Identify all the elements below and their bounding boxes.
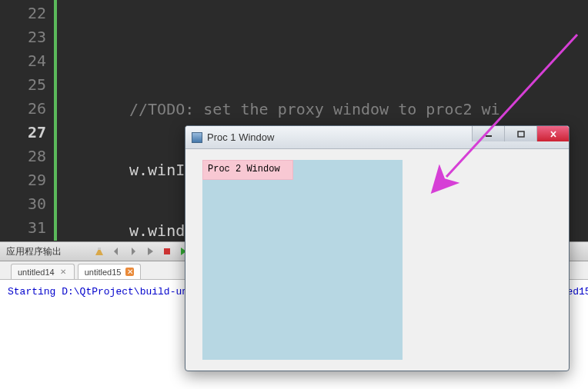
proc1-window[interactable]: Proc 1 Window Proc 2 Window [185,125,570,371]
tab-untitled14[interactable]: untitled14 ✕ [11,264,75,279]
lineno: 29 [0,168,54,192]
close-button[interactable] [536,126,569,141]
lineno: 22 [0,2,54,25]
minimize-button[interactable] [472,126,504,141]
proc2-title: Proc 2 Window [202,160,293,180]
svg-rect-0 [98,248,101,250]
code-line: //TODO: set the proxy window to proc2 wi [65,98,500,121]
lineno: 26 [0,97,54,121]
maximize-button[interactable] [504,126,536,141]
svg-rect-4 [518,131,524,137]
close-icon[interactable]: ✕ [59,268,68,276]
lineno: 24 [0,49,54,73]
lineno-current: 27 [0,121,54,145]
tab-label: untitled15 [85,268,122,277]
svg-rect-3 [486,135,492,137]
app-icon [192,132,202,143]
code-line [65,37,500,61]
lineno: 30 [0,192,54,216]
lineno: 25 [0,73,54,97]
clear-button[interactable] [92,244,106,258]
tab-untitled15[interactable]: untitled15 ✕ [78,264,142,279]
run-button[interactable] [143,244,157,258]
line-number-gutter: 22 23 24 25 26 27 28 29 30 31 32 [0,0,54,241]
lineno: 31 [0,216,54,240]
proc2-window[interactable]: Proc 2 Window [202,160,403,360]
lineno: 28 [0,145,54,168]
svg-rect-1 [164,248,170,254]
tab-label: untitled14 [18,268,55,277]
stop-button[interactable] [160,244,174,258]
prev-button[interactable] [109,244,123,258]
window-client-area: Proc 2 Window [192,149,563,364]
next-button[interactable] [126,244,140,258]
lineno: 23 [0,25,54,49]
close-icon[interactable]: ✕ [125,268,134,276]
window-title-text: Proc 1 Window [207,131,274,143]
output-panel-title: 应用程序输出 [0,245,68,258]
output-line-left: Starting D:\QtProject\build-unti [8,286,200,298]
window-titlebar[interactable]: Proc 1 Window [185,126,569,149]
